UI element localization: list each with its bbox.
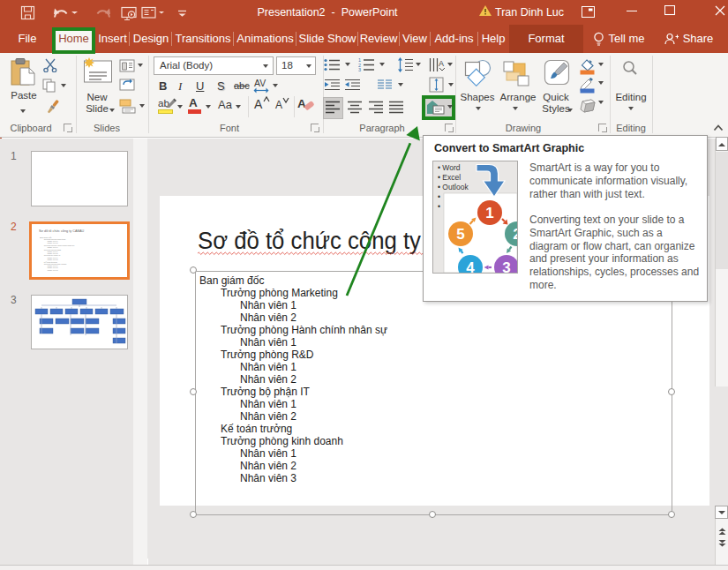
svg-text:5: 5 <box>456 226 464 243</box>
svg-text:• Excel: • Excel <box>438 173 461 182</box>
svg-text:1: 1 <box>485 205 493 221</box>
svg-text:4: 4 <box>466 259 475 273</box>
svg-text:•: • <box>438 202 440 211</box>
svg-text:• Word: • Word <box>438 163 461 172</box>
svg-text:3: 3 <box>502 259 510 273</box>
svg-text:•: • <box>438 192 440 201</box>
svg-text:A: A <box>439 59 444 68</box>
svg-text:3: 3 <box>358 67 361 71</box>
svg-text:• Outlook: • Outlook <box>438 183 469 191</box>
svg-text:2: 2 <box>513 226 517 243</box>
